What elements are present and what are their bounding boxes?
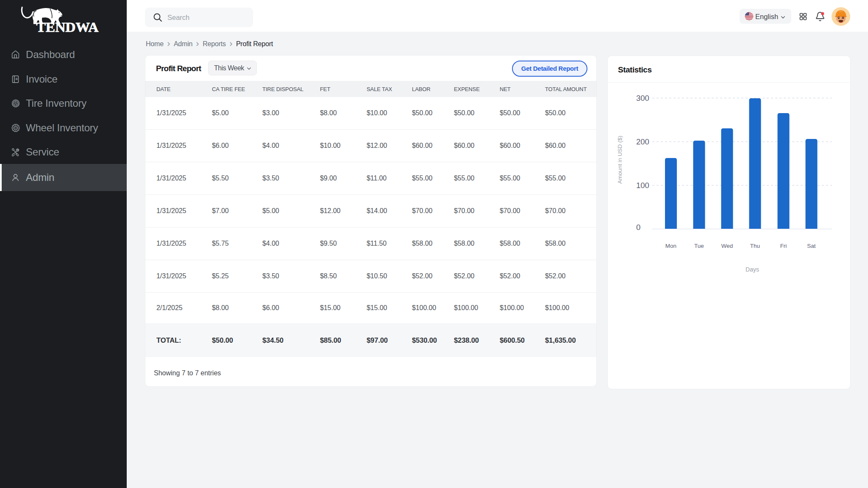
svg-text:Wed: Wed <box>721 243 733 249</box>
svg-text:Thu: Thu <box>750 243 760 249</box>
svg-text:200: 200 <box>636 137 649 146</box>
svg-text:300: 300 <box>636 94 649 103</box>
svg-text:Mon: Mon <box>665 243 676 249</box>
svg-text:100: 100 <box>636 181 649 190</box>
svg-text:Fri: Fri <box>780 243 787 249</box>
svg-text:TENDWA: TENDWA <box>36 20 99 35</box>
svg-text:Days: Days <box>746 266 759 273</box>
svg-text:Sat: Sat <box>807 243 816 249</box>
svg-text:Amount in USD ($): Amount in USD ($) <box>617 136 623 183</box>
svg-text:0: 0 <box>636 223 640 232</box>
svg-text:Tue: Tue <box>694 243 704 249</box>
